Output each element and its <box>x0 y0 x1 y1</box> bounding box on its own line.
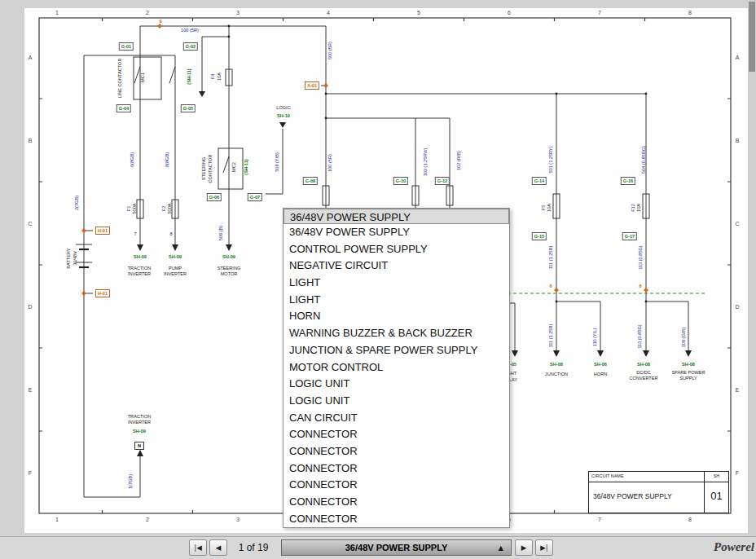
next-page-button[interactable]: ▶ <box>515 539 533 556</box>
diagram-label: JUNCTION <box>545 372 568 377</box>
diagram-label: SH-09 <box>134 255 147 260</box>
diagram-label: MC1 <box>141 73 146 82</box>
sheet-select-dropdown[interactable]: 36/48V POWER SUPPLY ▲ <box>281 539 512 556</box>
diagram-label: 509 (B) <box>219 226 224 240</box>
diagram-label: 8(8GB) <box>165 152 170 167</box>
menu-item[interactable]: CONNECTOR <box>284 426 509 443</box>
grid-row-label: A <box>736 55 740 60</box>
menu-item[interactable]: WARNING BUZZER & BACK BUZZER <box>284 325 509 342</box>
menu-item[interactable]: CONNECTOR <box>284 443 509 460</box>
diagram-label: 110 (Y/L) <box>593 328 598 347</box>
diagram-label: (SH-11) <box>244 159 249 174</box>
menu-item[interactable]: CONNECTOR <box>284 511 509 528</box>
grid-row-label: F <box>736 470 739 476</box>
diagram-label: 500A <box>168 203 173 213</box>
diagram-label: MOTOR <box>221 272 238 277</box>
last-page-button[interactable]: ▶| <box>535 539 553 556</box>
diagram-label: INVERTER <box>128 272 151 277</box>
diagram-label: H-01 <box>95 227 110 235</box>
grid-col-label: 3 <box>236 517 240 522</box>
diagram-label: SH-09 <box>133 429 146 434</box>
diagram-label: F2 <box>162 206 167 212</box>
diagram-label: 36/48V <box>73 251 78 266</box>
grid-col-label: 4 <box>327 10 330 15</box>
diagram-label: DC/DC <box>636 371 651 376</box>
diagram-label: TRACTION <box>128 415 152 420</box>
prev-page-button[interactable]: ◀ <box>209 539 227 556</box>
diagram-label: 7 <box>134 232 136 237</box>
menu-item-selected[interactable]: 36/48V POWER SUPPLY <box>284 209 509 224</box>
diagram-label: H-01 <box>95 289 110 297</box>
grid-row-label: E <box>736 387 740 393</box>
diagram-label: G-12 <box>435 177 450 185</box>
diagram-label: G-02 <box>183 42 198 51</box>
diagram-label: G-14 <box>532 177 547 185</box>
scrollbar-thumb[interactable] <box>749 2 755 72</box>
menu-item[interactable]: LOGIC UNIT <box>284 376 509 393</box>
grid-col-label: 1 <box>55 517 59 522</box>
app-window: { "viewer": { "toolbar": { "first_label"… <box>0 0 756 559</box>
diagram-label: 9 <box>159 20 161 24</box>
menu-item[interactable]: JUNCTION & SPARE POWER SUPPLY <box>284 342 509 359</box>
diagram-label: STEERING <box>218 266 241 271</box>
diagram-label: 501 (1.25RY) <box>549 146 554 173</box>
grid-row-label: A <box>29 55 33 60</box>
menu-item[interactable]: CONNECTOR <box>284 477 509 494</box>
menu-item[interactable]: CONNECTOR <box>284 460 509 478</box>
diagram-label: 10A <box>218 73 222 81</box>
diagram-label: G-07 <box>248 193 262 201</box>
page-indicator: 1 of 19 <box>230 542 277 553</box>
grid-col-label: 7 <box>598 517 601 522</box>
grid-row-label: C <box>28 221 32 227</box>
diagram-label: F1 <box>127 206 132 212</box>
diagram-label: 6 <box>549 284 552 289</box>
diagram-label: CONVERTER <box>629 376 657 381</box>
diagram-label: MC2 <box>232 162 237 172</box>
diagram-label: 109 (G/R) <box>682 328 687 348</box>
menu-item[interactable]: LIGHT <box>284 275 509 292</box>
menu-item[interactable]: CONTROL POWER SUPPLY <box>284 241 509 258</box>
scrollbar[interactable] <box>748 0 756 536</box>
diagram-label: G-04 <box>116 104 131 112</box>
diagram-label: N <box>134 442 144 450</box>
title-block: CIRCUIT NAME SH 36/48V POWER SUPPLY 01 <box>588 471 729 513</box>
diagram-label: SH-06 <box>594 363 607 368</box>
grid-col-label: 8 <box>688 10 692 15</box>
diagram-label: SH-09 <box>169 255 182 260</box>
diagram-label: SH-08 <box>637 363 650 368</box>
diagram-label: SUPPLY <box>679 376 697 381</box>
diagram-label: 6(8GB) <box>130 152 135 167</box>
menu-item[interactable]: LOGIC UNIT <box>284 393 509 410</box>
menu-item[interactable]: MOTOR CONTROL <box>284 359 509 376</box>
menu-item[interactable]: CONNECTOR <box>284 494 509 511</box>
menu-item[interactable]: HORN <box>284 308 509 325</box>
diagram-label: G-05 <box>181 104 196 112</box>
diagram-label: G-01 <box>119 42 134 51</box>
diagram-label: PUMP <box>169 266 182 271</box>
grid-row-label: B <box>736 138 740 143</box>
grid-row-label: D <box>28 304 32 310</box>
brand-text: Powerel <box>714 540 754 554</box>
menu-item[interactable]: LIGHT <box>284 292 509 309</box>
diagram-label: F12 <box>631 204 636 212</box>
diagram-label: LOGIC <box>276 106 290 111</box>
diagram-label: LINE CONTACTOR <box>118 59 123 99</box>
first-page-button[interactable]: |◀ <box>189 539 207 556</box>
diagram-label: CONTACTOR <box>209 155 213 183</box>
diagram-label: G-16 <box>621 177 635 185</box>
menu-list: 36/48V POWER SUPPLYCONTROL POWER SUPPLYN… <box>284 224 509 527</box>
menu-item[interactable]: 36/48V POWER SUPPLY <box>284 224 509 241</box>
diagram-label: SH-09 <box>222 255 235 260</box>
menu-item[interactable]: CAN CIRCUIT <box>284 410 509 427</box>
menu-item[interactable]: NEGATIVE CIRCUIT <box>284 257 509 275</box>
grid-col-label: 7 <box>598 10 601 15</box>
diagram-label: 8 <box>169 232 172 237</box>
sheet-label: SH <box>705 472 728 482</box>
diagram-label: 113 (0.85G) <box>638 324 643 348</box>
diagram-label: G-06 <box>207 193 222 201</box>
circuit-menu: 36/48V POWER SUPPLY 36/48V POWER SUPPLYC… <box>283 208 510 528</box>
diagram-label: SH-08 <box>682 363 695 368</box>
diagram-label: SPARE POWER <box>671 371 705 376</box>
diagram-label: SH-10 <box>277 114 290 119</box>
diagram-label: 10A <box>637 204 642 212</box>
